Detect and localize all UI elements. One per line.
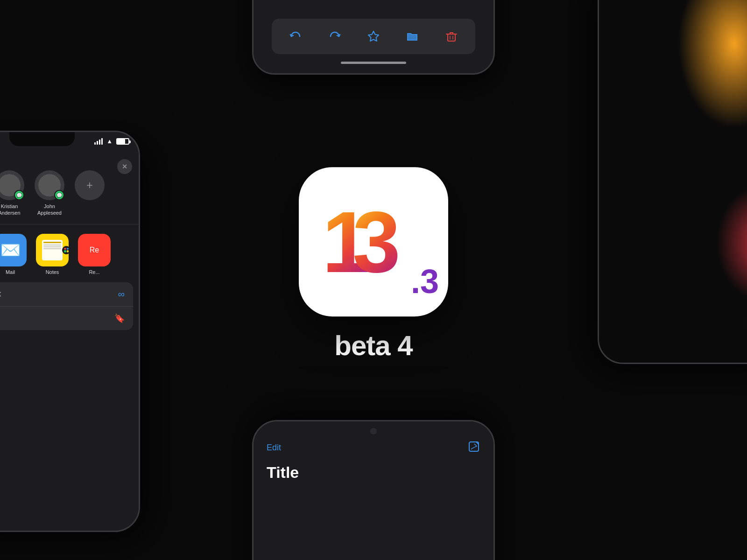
phone-right	[598, 0, 747, 364]
contact-item[interactable]: +	[73, 170, 106, 217]
notes-app-icon	[36, 234, 69, 266]
phone-left: ▲ title Options > ✕ 💬 EmilBaehr	[0, 131, 140, 532]
camera-notch-bottom	[370, 428, 377, 434]
contact-item[interactable]: 💬 JohnAppleseed	[33, 170, 66, 217]
reading-list-row[interactable]: Reading List ∞	[0, 282, 133, 307]
reminders-app-icon: Re	[78, 234, 111, 266]
messages-badge: 💬	[14, 190, 24, 200]
contact-name: JohnAppleseed	[37, 203, 62, 217]
beta-label: beta 4	[334, 329, 412, 362]
mail-app-label: Mail	[6, 269, 15, 275]
home-indicator	[341, 62, 406, 64]
reading-list-label: Reading List	[0, 290, 111, 298]
battery-icon	[116, 138, 129, 145]
contact-avatar: 💬	[35, 170, 64, 200]
redo-icon[interactable]	[326, 28, 343, 45]
close-icon: ✕	[122, 163, 127, 170]
contacts-row: 💬 EmilBaehr 💬 KristianAndersen	[0, 165, 139, 222]
close-button[interactable]: ✕	[117, 159, 132, 174]
bookmark-label: Bookmark	[0, 314, 107, 322]
app-reminders[interactable]: Re Re...	[78, 234, 111, 275]
reading-list-icon: ∞	[118, 289, 125, 300]
folder-icon[interactable]	[404, 28, 421, 45]
phone-bottom: Edit Title	[252, 420, 495, 560]
phone-notch	[9, 132, 75, 146]
app-mail[interactable]: ✉️ Mail	[0, 234, 27, 275]
signal-icon	[94, 138, 103, 145]
contact-item[interactable]: 💬 KristianAndersen	[0, 170, 26, 217]
toolbar-row	[272, 19, 476, 54]
divider	[0, 224, 139, 224]
svg-marker-0	[368, 31, 379, 41]
phone-top	[252, 0, 495, 75]
bookmark-row[interactable]: Bookmark 🔖	[0, 307, 133, 330]
wifi-icon: ▲	[106, 138, 113, 145]
notes-compose-button[interactable]	[467, 440, 480, 455]
svg-rect-1	[448, 34, 455, 41]
contact-avatar: +	[75, 170, 105, 200]
action-section: Reading List ∞ Bookmark 🔖	[0, 282, 133, 330]
wallpaper-gradient	[599, 0, 747, 363]
undo-icon[interactable]	[287, 28, 304, 45]
mail-app-icon: ✉️	[0, 234, 27, 266]
notes-title: Title	[267, 463, 480, 482]
notes-app-label: Notes	[46, 269, 59, 275]
contact-avatar: 💬	[0, 170, 24, 200]
mail-icon-glyph: ✉️	[0, 240, 21, 260]
notes-edit-button[interactable]: Edit	[267, 443, 281, 453]
svg-text:.3: .3	[411, 263, 439, 300]
app-notes[interactable]: Notes	[36, 234, 69, 275]
trash-icon[interactable]	[443, 28, 460, 45]
ios-icon: 1 3 .3	[299, 167, 448, 316]
messages-badge: 💬	[54, 190, 64, 200]
star-icon[interactable]	[365, 28, 382, 45]
svg-text:3: 3	[352, 194, 401, 290]
ios-version-svg: 1 3 .3	[308, 181, 439, 302]
compose-icon	[467, 440, 480, 453]
notes-nav: Edit	[267, 440, 480, 455]
reminders-app-label: Re...	[89, 269, 99, 275]
center-logo: 1 3 .3 beta 4	[299, 167, 448, 362]
contact-name: KristianAndersen	[0, 203, 21, 217]
bookmark-icon: 🔖	[114, 313, 125, 323]
apps-row: 💬 Messages ✉️ Mail	[0, 226, 139, 282]
